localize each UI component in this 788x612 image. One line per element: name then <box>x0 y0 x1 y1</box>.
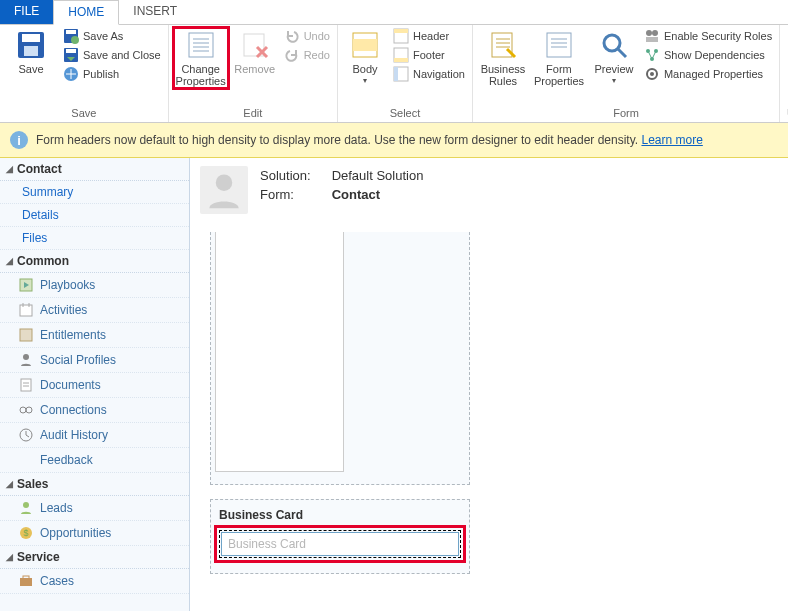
undo-button[interactable]: Undo <box>281 27 333 45</box>
sidebar-item-connections[interactable]: Connections <box>0 398 189 423</box>
svg-point-37 <box>650 72 654 76</box>
svg-point-52 <box>23 502 29 508</box>
solution-value: Default Solution <box>332 168 424 183</box>
caret-icon: ◢ <box>6 164 13 174</box>
managed-properties-button[interactable]: Managed Properties <box>641 65 775 83</box>
sidebar-item-feedback[interactable]: Feedback <box>0 448 189 473</box>
sidebar-item-files[interactable]: Files <box>0 227 189 250</box>
svg-rect-1 <box>22 34 40 42</box>
publish-label: Publish <box>83 68 119 80</box>
svg-point-57 <box>216 174 233 191</box>
group-label-form: Form <box>477 105 775 122</box>
sidebar-item-opportunities[interactable]: $Opportunities <box>0 521 189 546</box>
cases-icon <box>18 573 34 589</box>
sidebar-item-activities[interactable]: Activities <box>0 298 189 323</box>
navigation-icon <box>393 66 409 82</box>
svg-rect-46 <box>21 379 31 391</box>
save-as-button[interactable]: Save As <box>60 27 164 45</box>
business-card-section[interactable]: Business Card Business Card <box>210 499 470 574</box>
save-close-icon <box>63 47 79 63</box>
gear-icon <box>644 66 660 82</box>
sidebar-header-service[interactable]: ◢Service <box>0 546 189 569</box>
publish-button[interactable]: Publish <box>60 65 164 83</box>
form-canvas: Solution: Default Solution Form: Contact… <box>190 158 788 611</box>
sidebar-header-common[interactable]: ◢Common <box>0 250 189 273</box>
svg-rect-16 <box>353 39 377 51</box>
avatar <box>200 166 248 214</box>
form-column-placeholder[interactable] <box>215 232 344 472</box>
preview-button[interactable]: Preview ▾ <box>589 27 639 87</box>
navigation-button[interactable]: Navigation <box>390 65 468 83</box>
sidebar-item-documents[interactable]: Documents <box>0 373 189 398</box>
save-and-close-button[interactable]: Save and Close <box>60 46 164 64</box>
sidebar-item-leads[interactable]: Leads <box>0 496 189 521</box>
header-button[interactable]: Header <box>390 27 468 45</box>
svg-rect-20 <box>394 58 408 62</box>
caret-icon: ◢ <box>6 256 13 266</box>
svg-line-29 <box>618 49 626 57</box>
ribbon-group-save: Save Save As Save and Close Publish Save <box>0 25 169 122</box>
sidebar-header-sales[interactable]: ◢Sales <box>0 473 189 496</box>
svg-point-28 <box>604 35 620 51</box>
feedback-icon <box>18 452 34 468</box>
business-rules-icon <box>487 29 519 61</box>
ribbon-tabs: FILE HOME INSERT <box>0 0 788 25</box>
form-label: Form: <box>260 187 328 202</box>
properties-icon <box>185 29 217 61</box>
footer-button[interactable]: Footer <box>390 46 468 64</box>
ribbon-group-select: Body ▾ Header Footer Navigation Select <box>338 25 473 122</box>
form-value: Contact <box>332 187 380 202</box>
change-properties-button[interactable]: ChangeProperties <box>173 27 229 89</box>
ribbon-group-edit: ChangeProperties Remove Undo Redo Edit <box>169 25 338 122</box>
svg-point-31 <box>652 30 658 36</box>
sidebar-item-details[interactable]: Details <box>0 204 189 227</box>
merge-forms-button[interactable]: MergeForms <box>784 27 788 89</box>
remove-button[interactable]: Remove <box>231 27 279 77</box>
form-section-placeholder[interactable] <box>210 232 470 485</box>
sidebar-item-summary[interactable]: Summary <box>0 181 189 204</box>
sidebar-item-social-profiles[interactable]: Social Profiles <box>0 348 189 373</box>
footer-icon <box>393 47 409 63</box>
business-card-title: Business Card <box>219 508 463 522</box>
sidebar-section-contact: ◢Contact Summary Details Files <box>0 158 189 250</box>
tab-file[interactable]: FILE <box>0 0 53 24</box>
save-as-label: Save As <box>83 30 123 42</box>
group-label-upgrade: Upgrade <box>784 105 788 122</box>
sidebar-section-service: ◢Service Cases <box>0 546 189 594</box>
body-button[interactable]: Body ▾ <box>342 27 388 87</box>
redo-icon <box>284 47 300 63</box>
form-properties-button[interactable]: FormProperties <box>531 27 587 89</box>
svg-point-30 <box>646 30 652 36</box>
documents-icon <box>18 377 34 393</box>
body-icon <box>349 29 381 61</box>
sidebar-item-playbooks[interactable]: Playbooks <box>0 273 189 298</box>
info-text: Form headers now default to high density… <box>36 133 703 147</box>
save-close-label: Save and Close <box>83 49 161 61</box>
business-rules-button[interactable]: BusinessRules <box>477 27 529 89</box>
learn-more-link[interactable]: Learn more <box>641 133 702 147</box>
chevron-down-icon: ▾ <box>363 76 367 85</box>
sidebar-item-cases[interactable]: Cases <box>0 569 189 594</box>
svg-rect-24 <box>547 33 571 57</box>
redo-button[interactable]: Redo <box>281 46 333 64</box>
caret-icon: ◢ <box>6 479 13 489</box>
sidebar-item-entitlements[interactable]: Entitlements <box>0 323 189 348</box>
security-roles-icon <box>644 28 660 44</box>
business-card-field-highlight: Business Card <box>217 528 463 560</box>
sidebar-item-audit-history[interactable]: Audit History <box>0 423 189 448</box>
show-dependencies-button[interactable]: Show Dependencies <box>641 46 775 64</box>
enable-security-roles-button[interactable]: Enable Security Roles <box>641 27 775 45</box>
svg-rect-2 <box>24 46 38 56</box>
tab-home[interactable]: HOME <box>53 0 119 25</box>
svg-rect-32 <box>646 37 658 42</box>
group-label-save: Save <box>4 105 164 122</box>
svg-point-5 <box>71 36 79 44</box>
sidebar-header-contact[interactable]: ◢Contact <box>0 158 189 181</box>
business-card-field[interactable]: Business Card <box>221 532 459 556</box>
header-icon <box>393 28 409 44</box>
tab-insert[interactable]: INSERT <box>119 0 191 24</box>
svg-point-50 <box>26 407 32 413</box>
save-button[interactable]: Save <box>4 27 58 77</box>
playbooks-icon <box>18 277 34 293</box>
remove-icon <box>239 29 271 61</box>
